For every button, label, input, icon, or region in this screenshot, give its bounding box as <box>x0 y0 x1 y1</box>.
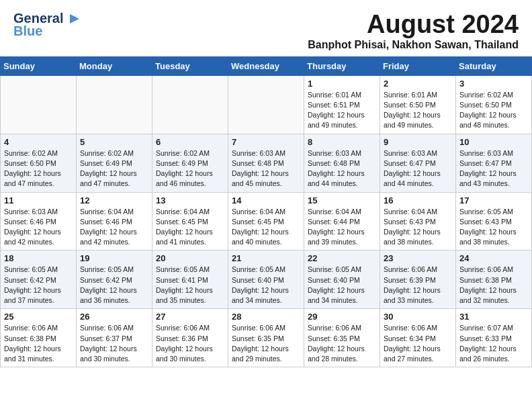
day-info: Sunrise: 6:01 AM Sunset: 6:50 PM Dayligh… <box>384 90 452 131</box>
day-number: 30 <box>384 312 452 322</box>
weekday-header-row: SundayMondayTuesdayWednesdayThursdayFrid… <box>1 56 532 75</box>
day-info: Sunrise: 6:03 AM Sunset: 6:48 PM Dayligh… <box>308 148 376 189</box>
day-cell-15: 15Sunrise: 6:04 AM Sunset: 6:44 PM Dayli… <box>304 192 380 250</box>
day-info: Sunrise: 6:02 AM Sunset: 6:49 PM Dayligh… <box>80 148 148 189</box>
day-number: 20 <box>156 253 224 263</box>
day-info: Sunrise: 6:06 AM Sunset: 6:38 PM Dayligh… <box>459 265 528 306</box>
day-number: 1 <box>308 79 376 89</box>
day-info: Sunrise: 6:04 AM Sunset: 6:45 PM Dayligh… <box>156 207 224 248</box>
day-number: 29 <box>308 312 376 322</box>
day-number: 21 <box>232 253 300 263</box>
day-info: Sunrise: 6:07 AM Sunset: 6:33 PM Dayligh… <box>459 323 528 364</box>
day-cell-26: 26Sunrise: 6:06 AM Sunset: 6:37 PM Dayli… <box>77 309 152 367</box>
day-cell-24: 24Sunrise: 6:06 AM Sunset: 6:38 PM Dayli… <box>456 250 532 309</box>
day-cell-31: 31Sunrise: 6:07 AM Sunset: 6:33 PM Dayli… <box>456 309 532 367</box>
weekday-header-wednesday: Wednesday <box>228 56 304 75</box>
empty-cell <box>1 75 77 134</box>
day-cell-1: 1Sunrise: 6:01 AM Sunset: 6:51 PM Daylig… <box>304 75 380 134</box>
day-cell-8: 8Sunrise: 6:03 AM Sunset: 6:48 PM Daylig… <box>304 134 380 192</box>
day-info: Sunrise: 6:04 AM Sunset: 6:46 PM Dayligh… <box>80 207 148 248</box>
day-info: Sunrise: 6:05 AM Sunset: 6:41 PM Dayligh… <box>156 265 224 306</box>
day-info: Sunrise: 6:02 AM Sunset: 6:50 PM Dayligh… <box>459 90 528 131</box>
weekday-header-tuesday: Tuesday <box>152 56 228 75</box>
week-row-2: 4Sunrise: 6:02 AM Sunset: 6:50 PM Daylig… <box>1 134 532 192</box>
day-cell-27: 27Sunrise: 6:06 AM Sunset: 6:36 PM Dayli… <box>152 309 228 367</box>
day-info: Sunrise: 6:04 AM Sunset: 6:45 PM Dayligh… <box>232 207 300 248</box>
day-number: 22 <box>308 253 376 263</box>
day-cell-11: 11Sunrise: 6:03 AM Sunset: 6:46 PM Dayli… <box>1 192 77 250</box>
day-info: Sunrise: 6:05 AM Sunset: 6:42 PM Dayligh… <box>80 265 148 306</box>
week-row-4: 18Sunrise: 6:05 AM Sunset: 6:42 PM Dayli… <box>1 250 532 309</box>
day-info: Sunrise: 6:05 AM Sunset: 6:40 PM Dayligh… <box>232 265 300 306</box>
empty-cell <box>228 75 304 134</box>
header-right: August 2024 Banphot Phisai, Nakhon Sawan… <box>308 11 519 51</box>
weekday-header-monday: Monday <box>77 56 152 75</box>
day-cell-16: 16Sunrise: 6:04 AM Sunset: 6:43 PM Dayli… <box>380 192 456 250</box>
day-number: 6 <box>156 137 224 147</box>
week-row-5: 25Sunrise: 6:06 AM Sunset: 6:38 PM Dayli… <box>1 309 532 367</box>
day-number: 23 <box>384 253 452 263</box>
day-cell-19: 19Sunrise: 6:05 AM Sunset: 6:42 PM Dayli… <box>77 250 152 309</box>
day-cell-22: 22Sunrise: 6:05 AM Sunset: 6:40 PM Dayli… <box>304 250 380 309</box>
day-info: Sunrise: 6:06 AM Sunset: 6:34 PM Dayligh… <box>384 323 452 364</box>
day-number: 27 <box>156 312 224 322</box>
logo: General Blue <box>13 11 79 39</box>
day-number: 19 <box>80 253 148 263</box>
day-info: Sunrise: 6:05 AM Sunset: 6:43 PM Dayligh… <box>459 207 528 248</box>
day-info: Sunrise: 6:02 AM Sunset: 6:50 PM Dayligh… <box>4 148 73 189</box>
day-info: Sunrise: 6:06 AM Sunset: 6:35 PM Dayligh… <box>308 323 376 364</box>
day-cell-5: 5Sunrise: 6:02 AM Sunset: 6:49 PM Daylig… <box>77 134 152 192</box>
empty-cell <box>152 75 228 134</box>
day-cell-7: 7Sunrise: 6:03 AM Sunset: 6:48 PM Daylig… <box>228 134 304 192</box>
day-info: Sunrise: 6:06 AM Sunset: 6:38 PM Dayligh… <box>4 323 73 364</box>
day-cell-28: 28Sunrise: 6:06 AM Sunset: 6:35 PM Dayli… <box>228 309 304 367</box>
location: Banphot Phisai, Nakhon Sawan, Thailand <box>308 39 519 51</box>
day-info: Sunrise: 6:06 AM Sunset: 6:35 PM Dayligh… <box>232 323 300 364</box>
day-number: 31 <box>459 312 528 322</box>
day-cell-12: 12Sunrise: 6:04 AM Sunset: 6:46 PM Dayli… <box>77 192 152 250</box>
day-number: 11 <box>4 195 73 205</box>
day-number: 18 <box>4 253 73 263</box>
day-info: Sunrise: 6:05 AM Sunset: 6:42 PM Dayligh… <box>4 265 73 306</box>
day-number: 26 <box>80 312 148 322</box>
day-number: 16 <box>384 195 452 205</box>
weekday-header-thursday: Thursday <box>304 56 380 75</box>
day-cell-21: 21Sunrise: 6:05 AM Sunset: 6:40 PM Dayli… <box>228 250 304 309</box>
day-cell-2: 2Sunrise: 6:01 AM Sunset: 6:50 PM Daylig… <box>380 75 456 134</box>
weekday-header-sunday: Sunday <box>1 56 77 75</box>
weekday-header-saturday: Saturday <box>456 56 532 75</box>
day-cell-30: 30Sunrise: 6:06 AM Sunset: 6:34 PM Dayli… <box>380 309 456 367</box>
day-cell-6: 6Sunrise: 6:02 AM Sunset: 6:49 PM Daylig… <box>152 134 228 192</box>
day-number: 10 <box>459 137 528 147</box>
day-info: Sunrise: 6:03 AM Sunset: 6:48 PM Dayligh… <box>232 148 300 189</box>
day-info: Sunrise: 6:06 AM Sunset: 6:37 PM Dayligh… <box>80 323 148 364</box>
day-number: 24 <box>459 253 528 263</box>
day-number: 4 <box>4 137 73 147</box>
day-cell-9: 9Sunrise: 6:03 AM Sunset: 6:47 PM Daylig… <box>380 134 456 192</box>
day-number: 12 <box>80 195 148 205</box>
day-info: Sunrise: 6:03 AM Sunset: 6:47 PM Dayligh… <box>459 148 528 189</box>
day-number: 7 <box>232 137 300 147</box>
day-cell-10: 10Sunrise: 6:03 AM Sunset: 6:47 PM Dayli… <box>456 134 532 192</box>
day-number: 8 <box>308 137 376 147</box>
day-info: Sunrise: 6:03 AM Sunset: 6:47 PM Dayligh… <box>384 148 452 189</box>
calendar: SundayMondayTuesdayWednesdayThursdayFrid… <box>0 56 532 367</box>
day-cell-20: 20Sunrise: 6:05 AM Sunset: 6:41 PM Dayli… <box>152 250 228 309</box>
day-cell-18: 18Sunrise: 6:05 AM Sunset: 6:42 PM Dayli… <box>1 250 77 309</box>
day-number: 14 <box>232 195 300 205</box>
day-cell-29: 29Sunrise: 6:06 AM Sunset: 6:35 PM Dayli… <box>304 309 380 367</box>
day-info: Sunrise: 6:04 AM Sunset: 6:44 PM Dayligh… <box>308 207 376 248</box>
empty-cell <box>77 75 152 134</box>
header: General Blue August 2024 Banphot Phisai,… <box>0 0 532 56</box>
day-number: 15 <box>308 195 376 205</box>
month-title: August 2024 <box>308 11 519 39</box>
day-cell-23: 23Sunrise: 6:06 AM Sunset: 6:39 PM Dayli… <box>380 250 456 309</box>
day-number: 13 <box>156 195 224 205</box>
day-cell-25: 25Sunrise: 6:06 AM Sunset: 6:38 PM Dayli… <box>1 309 77 367</box>
week-row-3: 11Sunrise: 6:03 AM Sunset: 6:46 PM Dayli… <box>1 192 532 250</box>
day-info: Sunrise: 6:06 AM Sunset: 6:39 PM Dayligh… <box>384 265 452 306</box>
day-number: 17 <box>459 195 528 205</box>
svg-marker-0 <box>70 14 79 24</box>
day-number: 3 <box>459 79 528 89</box>
day-info: Sunrise: 6:02 AM Sunset: 6:49 PM Dayligh… <box>156 148 224 189</box>
